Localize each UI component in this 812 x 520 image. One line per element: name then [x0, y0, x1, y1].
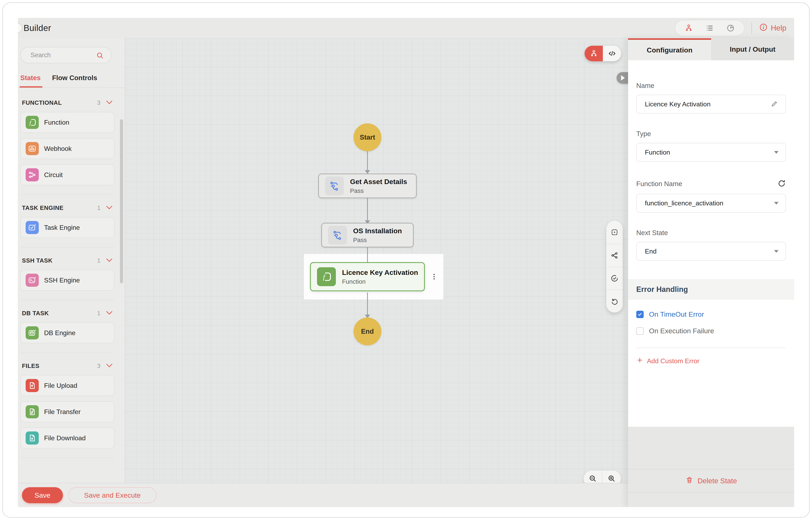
top-bar: Builder: [18, 18, 794, 38]
error-handling-divider: [636, 347, 786, 348]
node-title: Get Asset Details: [350, 178, 407, 186]
section-count: 3: [97, 363, 100, 369]
section-count: 1: [97, 205, 100, 211]
palette-label: SSH Engine: [44, 277, 80, 284]
zoom-controls: [584, 471, 621, 483]
node-start[interactable]: Start: [354, 123, 381, 151]
chevron-down-icon[interactable]: [106, 205, 113, 211]
palette-item-db-engine[interactable]: DB Engine: [20, 322, 115, 343]
caret-down-icon: [774, 202, 779, 205]
checkbox-checked[interactable]: [636, 311, 644, 318]
palette-item-file-transfer[interactable]: File Transfer: [20, 401, 115, 422]
undo-icon[interactable]: [606, 290, 623, 313]
node-subtitle: Function: [342, 278, 418, 285]
function-name-select[interactable]: function_licence_activation: [636, 194, 786, 212]
node-end-label: End: [361, 328, 374, 335]
on-execution-failure-option[interactable]: On Execution Failure: [636, 327, 786, 335]
palette-item-circuit[interactable]: Circuit: [20, 164, 115, 185]
section-files[interactable]: FILES 3: [20, 363, 115, 369]
view-switch: [675, 20, 744, 36]
chevron-down-icon[interactable]: [106, 258, 113, 263]
refresh-icon[interactable]: [777, 179, 786, 188]
chevron-down-icon[interactable]: [106, 100, 113, 106]
node-end[interactable]: End: [354, 317, 381, 345]
on-timeout-error-option[interactable]: On TimeOut Error: [636, 310, 786, 318]
checkbox-label: On Execution Failure: [649, 327, 714, 335]
list-view-icon[interactable]: [705, 24, 714, 33]
palette-label: Task Engine: [44, 224, 80, 231]
name-field[interactable]: Licence Key Activation: [636, 95, 786, 113]
checkbox-unchecked[interactable]: [636, 327, 644, 335]
file-transfer-icon: [26, 405, 39, 418]
topbar-actions: Help: [675, 20, 786, 36]
caret-down-icon: [774, 250, 779, 253]
node-menu-kebab-icon[interactable]: [430, 272, 438, 281]
section-divider: [21, 300, 114, 300]
chevron-down-icon[interactable]: [106, 311, 113, 316]
node-os-installation[interactable]: OS Installation Pass: [321, 223, 413, 248]
save-button[interactable]: Save: [22, 487, 63, 503]
node-subtitle: Pass: [350, 187, 407, 194]
auto-layout-button[interactable]: [606, 244, 623, 267]
flow-view-icon[interactable]: [684, 24, 693, 33]
section-ssh-task[interactable]: SSH TASK 1: [20, 257, 115, 264]
validate-button[interactable]: [606, 267, 623, 290]
tab-states[interactable]: States: [20, 74, 41, 87]
flow-mode-button[interactable]: [585, 46, 603, 61]
help-button[interactable]: Help: [759, 23, 786, 34]
plus-icon: [636, 357, 643, 365]
add-custom-error-label: Add Custom Error: [647, 357, 700, 365]
node-get-asset-details[interactable]: Get Asset Details Pass: [318, 174, 417, 198]
add-custom-error-button[interactable]: Add Custom Error: [636, 357, 786, 365]
app-window: Builder: [2, 2, 810, 518]
panel-collapse-arrow[interactable]: [616, 72, 628, 84]
palette-item-function[interactable]: f Function: [20, 112, 115, 133]
palette-item-ssh-engine[interactable]: SSH Engine: [20, 270, 115, 291]
palette-label: Circuit: [44, 171, 63, 179]
search-icon[interactable]: [96, 51, 104, 60]
section-count: 1: [97, 310, 100, 317]
zoom-in-button[interactable]: [602, 471, 621, 483]
palette-label: File Upload: [44, 382, 77, 389]
tab-input-output[interactable]: Input / Output: [711, 38, 794, 60]
palette-item-file-download[interactable]: File Download: [20, 427, 115, 448]
tab-flow-controls[interactable]: Flow Controls: [52, 74, 97, 87]
section-divider: [21, 194, 114, 195]
save-and-execute-button[interactable]: Save and Execute: [68, 487, 156, 503]
tab-configuration[interactable]: Configuration: [628, 38, 711, 60]
section-task-engine[interactable]: TASK ENGINE 1: [20, 205, 115, 211]
sidebar-scrollbar[interactable]: [120, 119, 123, 283]
palette-item-task-engine[interactable]: Task Engine: [20, 217, 115, 238]
sidebar-tabs: States Flow Controls: [20, 74, 125, 87]
palette-label: File Download: [44, 434, 86, 442]
palette-item-file-upload[interactable]: File Upload: [20, 375, 115, 396]
delete-state-button[interactable]: Delete State: [628, 469, 794, 493]
next-state-select[interactable]: End: [636, 242, 786, 261]
section-db-task[interactable]: DB TASK 1: [20, 310, 115, 317]
panel-content: Name Licence Key Activation Type Functio…: [628, 60, 794, 427]
workflow-canvas[interactable]: Start Get Asset Detai: [125, 38, 628, 483]
section-count: 1: [97, 257, 100, 264]
fit-view-button[interactable]: [606, 221, 623, 244]
pencil-icon[interactable]: [770, 100, 779, 109]
palette-label: File Transfer: [44, 408, 81, 416]
next-state-label: Next State: [636, 229, 786, 237]
pass-state-icon: [328, 226, 347, 244]
file-upload-icon: [26, 379, 39, 392]
chevron-down-icon[interactable]: [106, 363, 113, 369]
name-label: Name: [636, 82, 786, 89]
palette-item-webhook[interactable]: Webhook: [20, 138, 115, 159]
panel-footer: Delete State: [628, 469, 794, 507]
type-select[interactable]: Function: [636, 143, 786, 162]
zoom-out-button[interactable]: [584, 471, 602, 483]
delete-state-label: Delete State: [697, 477, 737, 485]
code-mode-button[interactable]: [603, 46, 621, 61]
topbar-divider: [752, 22, 752, 34]
node-licence-key-activation[interactable]: f Licence Key Activation Function: [310, 262, 425, 291]
pie-view-icon[interactable]: [726, 24, 735, 33]
section-functional[interactable]: FUNCTIONAL 3: [20, 99, 115, 106]
collapsed-nav-handle[interactable]: [18, 23, 22, 33]
function-name-label: Function Name: [636, 180, 682, 188]
svg-text:f: f: [323, 273, 326, 281]
edge-arrowhead: [365, 170, 370, 174]
